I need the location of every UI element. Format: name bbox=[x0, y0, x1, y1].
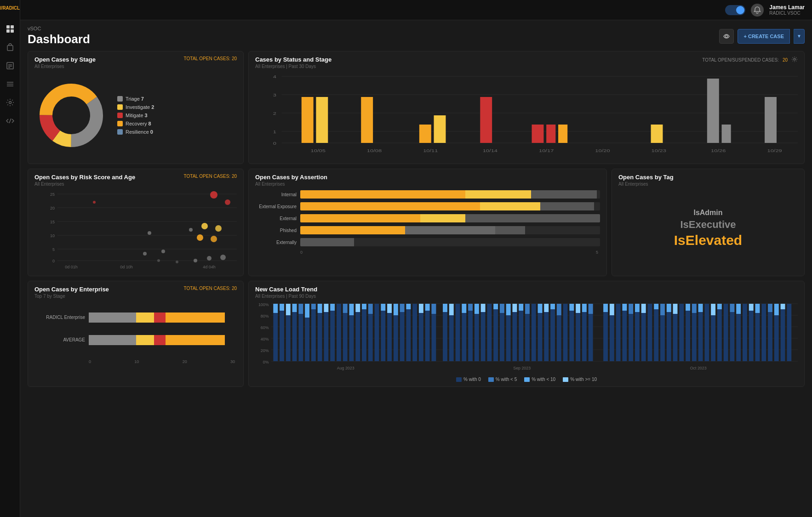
svg-rect-1 bbox=[11, 25, 14, 28]
create-case-dropdown[interactable]: ▼ bbox=[794, 29, 805, 44]
svg-rect-176 bbox=[544, 304, 549, 312]
svg-text:20%: 20% bbox=[261, 348, 269, 353]
view-button[interactable] bbox=[719, 29, 734, 44]
svg-rect-114 bbox=[324, 304, 328, 312]
svg-rect-180 bbox=[557, 304, 561, 315]
svg-rect-113 bbox=[324, 304, 328, 361]
assertion-chart: Internal External Exposure bbox=[255, 190, 600, 255]
svg-rect-136 bbox=[400, 304, 405, 312]
svg-rect-53 bbox=[765, 97, 777, 143]
svg-point-70 bbox=[225, 199, 230, 205]
settings-icon[interactable] bbox=[791, 56, 798, 64]
svg-rect-122 bbox=[355, 304, 360, 361]
trend-legend-0: % with 0 bbox=[456, 377, 481, 382]
svg-line-13 bbox=[9, 119, 11, 123]
assert-label-ext-exposure: External Exposure bbox=[255, 204, 297, 209]
svg-rect-204 bbox=[654, 304, 658, 361]
svg-text:20: 20 bbox=[50, 206, 55, 210]
svg-rect-110 bbox=[311, 304, 316, 309]
cases-by-status-card: Cases by Status and Stage All Enterprise… bbox=[248, 51, 805, 164]
svg-text:10: 10 bbox=[50, 233, 55, 238]
tag-isexecutive: IsExecutive bbox=[680, 219, 736, 231]
page-title-group: vSOC Dashboard bbox=[28, 26, 90, 46]
svg-rect-214 bbox=[686, 304, 690, 311]
svg-point-78 bbox=[143, 252, 147, 256]
svg-text:40%: 40% bbox=[261, 337, 269, 341]
svg-rect-194 bbox=[616, 304, 621, 361]
svg-point-82 bbox=[220, 255, 226, 260]
legend-triage: Triage 7 bbox=[117, 96, 154, 102]
svg-rect-51 bbox=[707, 79, 719, 143]
trend-legend-10plus: % with >= 10 bbox=[563, 377, 597, 382]
svg-rect-202 bbox=[641, 304, 646, 313]
svg-rect-183 bbox=[569, 304, 574, 311]
svg-text:Oct 2023: Oct 2023 bbox=[690, 366, 707, 370]
svg-rect-146 bbox=[443, 304, 447, 361]
sidebar-item-settings[interactable] bbox=[2, 94, 18, 111]
svg-rect-125 bbox=[362, 304, 366, 309]
svg-text:4d 04h: 4d 04h bbox=[203, 265, 216, 269]
legend-recovery: Recovery 8 bbox=[117, 121, 154, 126]
stage-legend: Triage 7 Investigate 2 Mitigate 3 R bbox=[117, 96, 154, 135]
svg-rect-145 bbox=[432, 304, 436, 314]
user-role: RADICL VSOC bbox=[769, 11, 805, 16]
svg-rect-100 bbox=[280, 304, 284, 311]
svg-rect-186 bbox=[582, 304, 587, 361]
ent-row-average: AVERAGE bbox=[34, 335, 237, 345]
svg-rect-178 bbox=[550, 304, 555, 309]
sidebar-item-list[interactable] bbox=[2, 76, 18, 92]
sidebar-item-cases[interactable] bbox=[2, 39, 18, 56]
enterprise-subtitle: Top 7 by Stage bbox=[34, 294, 237, 299]
svg-rect-175 bbox=[544, 304, 549, 361]
svg-rect-154 bbox=[468, 304, 473, 311]
svg-rect-224 bbox=[724, 304, 728, 361]
svg-text:1: 1 bbox=[273, 130, 276, 134]
content-area: vSOC Dashboard + CREATE CASE ▼ Open Case… bbox=[20, 20, 812, 517]
svg-rect-199 bbox=[635, 304, 640, 361]
svg-rect-46 bbox=[480, 97, 492, 143]
svg-rect-185 bbox=[576, 304, 580, 313]
svg-rect-43 bbox=[361, 97, 373, 143]
trend-legend: % with 0 % with < 5 % with < 10 % with >… bbox=[255, 377, 798, 382]
svg-rect-223 bbox=[717, 304, 722, 309]
svg-rect-172 bbox=[532, 304, 536, 361]
sidebar-item-dashboard[interactable] bbox=[2, 21, 18, 37]
svg-rect-44 bbox=[419, 125, 431, 143]
svg-rect-171 bbox=[525, 304, 530, 314]
sidebar-item-reports[interactable] bbox=[2, 57, 18, 74]
svg-point-72 bbox=[201, 223, 208, 229]
svg-rect-135 bbox=[400, 304, 405, 361]
svg-text:0d 10h: 0d 10h bbox=[120, 265, 133, 269]
legend-resilience: Resilience 0 bbox=[117, 129, 154, 135]
svg-point-84 bbox=[176, 261, 178, 263]
svg-text:100%: 100% bbox=[258, 302, 269, 307]
svg-rect-217 bbox=[698, 304, 703, 361]
svg-rect-228 bbox=[736, 304, 741, 314]
svg-rect-169 bbox=[519, 304, 523, 311]
cases-stage-subtitle: All Enterprises bbox=[34, 64, 237, 69]
svg-point-20 bbox=[53, 97, 90, 134]
svg-rect-231 bbox=[749, 304, 754, 311]
logo: //RADICL bbox=[0, 4, 22, 12]
svg-point-81 bbox=[207, 256, 212, 261]
svg-rect-189 bbox=[589, 304, 593, 314]
sidebar-item-code[interactable] bbox=[2, 113, 18, 129]
svg-rect-219 bbox=[704, 304, 709, 361]
create-case-button[interactable]: + CREATE CASE bbox=[738, 29, 790, 44]
svg-text:Sep 2023: Sep 2023 bbox=[513, 366, 531, 370]
svg-rect-218 bbox=[698, 304, 703, 312]
svg-text:80%: 80% bbox=[261, 314, 269, 318]
svg-point-73 bbox=[215, 225, 222, 232]
svg-rect-190 bbox=[603, 304, 608, 361]
notifications-icon[interactable] bbox=[751, 4, 764, 17]
svg-rect-156 bbox=[475, 304, 479, 314]
svg-rect-195 bbox=[622, 304, 627, 361]
theme-toggle[interactable] bbox=[725, 5, 745, 15]
svg-rect-238 bbox=[774, 304, 779, 315]
svg-text:10/17: 10/17 bbox=[539, 148, 554, 153]
svg-rect-49 bbox=[558, 125, 567, 143]
trend-legend-10: % with < 10 bbox=[524, 377, 555, 382]
svg-rect-138 bbox=[406, 304, 411, 309]
svg-rect-167 bbox=[513, 304, 517, 312]
svg-rect-236 bbox=[768, 304, 772, 312]
